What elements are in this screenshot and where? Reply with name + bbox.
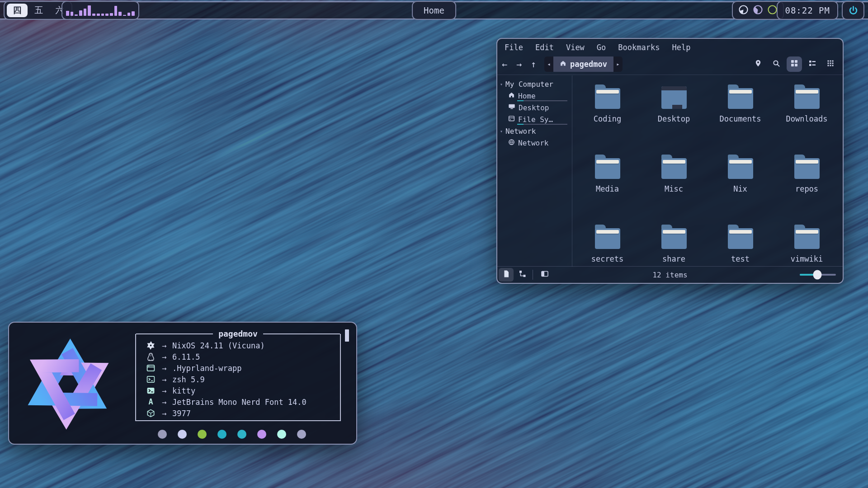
- folder-coding[interactable]: Coding: [574, 81, 641, 151]
- system-indicators-widget[interactable]: [732, 1, 784, 20]
- terminal-cursor: [345, 329, 349, 342]
- folder-repos[interactable]: repos: [774, 151, 840, 221]
- sidebar-item-label: Network: [518, 139, 548, 147]
- fastfetch-value: zsh 5.9: [172, 375, 205, 384]
- compact-view-button[interactable]: [823, 56, 838, 72]
- clock-widget: 08:22 PM: [777, 1, 838, 20]
- forward-icon: →: [516, 59, 522, 70]
- expander-icon[interactable]: ▾: [500, 129, 503, 134]
- fastfetch-title: pagedmov: [213, 329, 263, 338]
- folder-misc[interactable]: Misc: [641, 151, 707, 221]
- visualizer-bar: [123, 15, 126, 16]
- desktop: 四五六 Home 08:22 PM FileEditViewGoBookmark…: [0, 0, 868, 488]
- sidebar-group-label: My Computer: [505, 80, 553, 89]
- folder-nix[interactable]: Nix: [707, 151, 774, 221]
- list-view-button[interactable]: [805, 56, 820, 72]
- location-pin-button[interactable]: [750, 56, 766, 72]
- fastfetch-row: →6.11.5: [136, 351, 340, 362]
- folder-icon: [794, 228, 820, 249]
- menu-item-view[interactable]: View: [566, 43, 585, 52]
- home-icon: [560, 60, 566, 69]
- back-button[interactable]: ←: [497, 57, 512, 71]
- folder-icon: [595, 158, 620, 179]
- view-toolbar-icons: [750, 54, 838, 75]
- palette-dot: [257, 430, 266, 439]
- folder-label: Documents: [719, 114, 761, 123]
- sidebar-item-network[interactable]: Network: [497, 137, 572, 149]
- visualizer-bar: [132, 11, 135, 16]
- icon-view-icon: [790, 59, 798, 69]
- visualizer-bar: [110, 13, 113, 16]
- folder-icon: [661, 158, 687, 179]
- visualizer-bar: [127, 13, 131, 16]
- menu-item-edit[interactable]: Edit: [535, 43, 554, 52]
- folder-icon: [794, 158, 820, 179]
- folder-label: Coding: [594, 114, 621, 123]
- folder-media[interactable]: Media: [574, 151, 641, 221]
- folder-documents[interactable]: Documents: [707, 81, 774, 151]
- palette-dot: [158, 430, 167, 439]
- workspace-button[interactable]: 四: [7, 4, 28, 17]
- arrow-icon: →: [156, 352, 172, 361]
- folder-label: test: [731, 254, 750, 263]
- arrow-icon: →: [156, 341, 172, 350]
- sidebar-group-network[interactable]: ▾Network: [497, 125, 572, 137]
- circle-indicator-2[interactable]: [753, 5, 763, 17]
- filesystem-icon: [508, 115, 515, 124]
- menu-item-file[interactable]: File: [505, 43, 523, 52]
- font-icon: A: [145, 398, 156, 406]
- terminal-icon: [145, 386, 156, 395]
- up-button[interactable]: ↑: [526, 57, 541, 71]
- folder-label: repos: [795, 184, 818, 193]
- power-icon: [848, 5, 859, 16]
- palette-dot: [297, 430, 306, 439]
- visualizer-bar: [97, 14, 100, 16]
- tab-pagedmov[interactable]: pagedmov: [553, 56, 613, 72]
- fastfetch-row: A→JetBrains Mono Nerd Font 14.0: [136, 396, 340, 408]
- visualizer-bar: [88, 5, 91, 16]
- forward-button[interactable]: →: [512, 57, 526, 71]
- expander-icon[interactable]: ▾: [500, 82, 503, 87]
- location-pin-icon: [754, 59, 762, 69]
- sidebar-item-filesy[interactable]: File Sy…: [497, 113, 572, 125]
- icon-view-button[interactable]: [787, 56, 802, 72]
- visualizer-bar: [75, 14, 78, 16]
- focused-window-widget: Home: [412, 1, 456, 20]
- menu-item-help[interactable]: Help: [672, 43, 690, 52]
- folder-icon: [661, 228, 687, 249]
- svg-text:A: A: [148, 398, 153, 406]
- desktop-screen-icon: [661, 86, 687, 109]
- folder-desktop[interactable]: Desktop: [641, 81, 707, 151]
- fastfetch-rows: →NixOS 24.11 (Vicuna)→6.11.5→.Hyprland-w…: [136, 340, 340, 419]
- top-bar: 四五六 Home 08:22 PM: [0, 0, 868, 21]
- search-button[interactable]: [769, 56, 784, 72]
- sidebar-group-my-computer[interactable]: ▾My Computer: [497, 78, 572, 90]
- icon-size-slider[interactable]: [800, 268, 836, 282]
- menu-item-bookmarks[interactable]: Bookmarks: [618, 43, 660, 52]
- fastfetch-frame: pagedmov →NixOS 24.11 (Vicuna)→6.11.5→.H…: [135, 334, 341, 421]
- hide-panel-button[interactable]: [537, 268, 552, 282]
- tab-scroll-left-icon[interactable]: ◂: [544, 61, 553, 67]
- toggle-places-panel-button[interactable]: [499, 268, 514, 282]
- folder-label: Misc: [665, 184, 683, 193]
- status-separator: [533, 270, 533, 280]
- sidebar-item-desktop[interactable]: Desktop: [497, 102, 572, 113]
- circle-indicator-3[interactable]: [767, 5, 778, 17]
- workspace-button[interactable]: 五: [29, 4, 48, 17]
- fastfetch-value: JetBrains Mono Nerd Font 14.0: [172, 398, 307, 407]
- up-icon: ↑: [531, 59, 536, 70]
- power-button[interactable]: [842, 1, 864, 20]
- list-view-icon: [808, 59, 816, 69]
- fastfetch-value: 3977: [172, 409, 191, 418]
- menu-item-go[interactable]: Go: [597, 43, 606, 52]
- slider-knob[interactable]: [813, 270, 822, 280]
- status-bar: 12 items: [497, 266, 843, 283]
- circle-indicator-1[interactable]: [738, 5, 749, 17]
- sidebar-item-label: Desktop: [519, 103, 549, 112]
- folder-label: vimwiki: [791, 254, 823, 263]
- sidebar-item-home[interactable]: Home: [497, 90, 572, 102]
- folder-downloads[interactable]: Downloads: [774, 81, 840, 151]
- tab-scroll-right-icon[interactable]: ▸: [613, 61, 623, 67]
- toggle-tree-view-button[interactable]: [515, 268, 530, 282]
- terminal-window[interactable]: pagedmov →NixOS 24.11 (Vicuna)→6.11.5→.H…: [8, 322, 357, 445]
